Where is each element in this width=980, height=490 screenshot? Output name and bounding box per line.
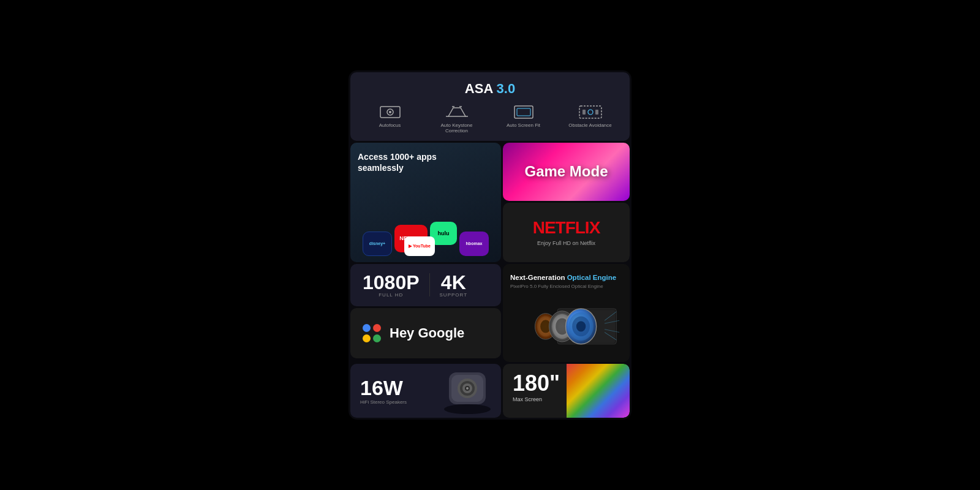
speaker-visual (440, 366, 495, 418)
svg-point-29 (444, 404, 491, 414)
speaker-subtitle: HiFi Stereo Speakers (360, 399, 407, 405)
1080p-text: 1080P (363, 273, 420, 292)
screenfit-icon (513, 104, 535, 120)
left-mid-col: 1080P FULL HD 4K SUPPORT (350, 264, 501, 362)
speaker-watt: 16W (360, 377, 407, 398)
netflix-subtitle: Enjoy Full HD on Netflix (537, 240, 595, 246)
speaker-svg (440, 366, 495, 415)
svg-rect-11 (595, 110, 598, 115)
hbomax-app: hbomax (459, 232, 489, 256)
svg-point-12 (588, 110, 593, 115)
netflix-card: NETFLIX Enjoy Full HD on Netflix (503, 203, 630, 262)
keystone-icon (445, 104, 469, 120)
game-mode-card: Game Mode (503, 143, 630, 201)
asa-features: Autofocus Auto KeystoneCorrection (356, 104, 624, 134)
optical-visual (510, 293, 622, 357)
4k-text: 4K (440, 273, 468, 292)
autofocus-icon (379, 104, 401, 120)
res-separator (429, 273, 430, 296)
svg-point-24 (576, 321, 586, 331)
screen-card: 180" Max Screen (503, 364, 630, 418)
game-mode-title: Game Mode (524, 163, 608, 180)
optical-title-blue: Optical Engine (567, 274, 617, 281)
screen-subtitle: Max Screen (513, 396, 620, 402)
lens-svg (510, 293, 622, 357)
obstacle-icon (578, 104, 603, 120)
hey-google-text: Hey Google (390, 325, 464, 341)
asa-section: ASA 3.0 Autofocus (350, 72, 630, 141)
google-dot-red (373, 324, 381, 332)
netflix-logo: NETFLIX (533, 218, 600, 238)
res-1080p: 1080P FULL HD (363, 273, 420, 298)
support-text: SUPPORT (440, 292, 468, 298)
svg-point-36 (466, 387, 469, 390)
optical-card: Next-Generation Optical Engine PixelPro … (503, 264, 630, 362)
mid-row: 1080P FULL HD 4K SUPPORT (350, 264, 630, 362)
asa-obstacle: Obstacle Avoidance (557, 104, 624, 134)
google-dot-blue (363, 324, 371, 332)
res-4k: 4K SUPPORT (440, 273, 468, 298)
obstacle-label: Obstacle Avoidance (568, 123, 612, 128)
asa-autofocus: Autofocus (356, 104, 423, 134)
google-dot-yellow (363, 334, 371, 342)
speaker-card: 16W HiFi Stereo Speakers (350, 364, 501, 418)
google-dot-green (373, 334, 381, 342)
asa-title: ASA 3.0 (356, 81, 624, 97)
asa-keystone: Auto KeystoneCorrection (423, 104, 490, 134)
screenfit-label: Auto Screen Fit (507, 123, 540, 128)
apps-card: Access 1000+ appsseamlessly disney+ NETF… (350, 143, 501, 262)
main-container: ASA 3.0 Autofocus (349, 70, 631, 420)
google-dots (363, 324, 381, 342)
speaker-info: 16W HiFi Stereo Speakers (360, 377, 407, 405)
optical-title: Next-Generation Optical Engine (510, 273, 622, 282)
autofocus-label: Autofocus (379, 123, 401, 128)
svg-rect-10 (582, 110, 586, 115)
screen-size: 180" (513, 372, 620, 394)
optical-subtitle: PixelPro 5.0 Fully Enclosed Optical Engi… (510, 284, 622, 289)
keystone-label: Auto KeystoneCorrection (440, 123, 472, 134)
disney-app: disney+ (363, 232, 392, 256)
youtube-app: ▶ YouTube (404, 211, 435, 256)
apps-row: Access 1000+ appsseamlessly disney+ NETF… (350, 143, 630, 262)
asa-screenfit: Auto Screen Fit (490, 104, 557, 134)
apps-title: Access 1000+ appsseamlessly (358, 151, 494, 173)
bottom-row: 16W HiFi Stereo Speakers (350, 364, 630, 418)
svg-rect-8 (517, 108, 530, 116)
resolution-card: 1080P FULL HD 4K SUPPORT (350, 264, 501, 306)
svg-point-2 (389, 111, 391, 113)
hey-google-card: Hey Google (350, 308, 501, 358)
game-netflix-stack: Game Mode NETFLIX Enjoy Full HD on Netfl… (503, 143, 630, 262)
